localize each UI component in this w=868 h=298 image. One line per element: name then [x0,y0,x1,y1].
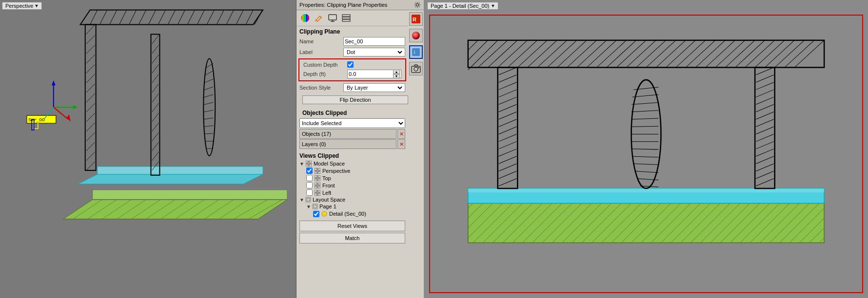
views-clipped-title: Views Clipped [299,151,405,160]
svg-rect-103 [342,19,350,21]
properties-panel: Properties: Clipping Plane Properties [296,0,424,298]
svg-point-93 [416,3,418,6]
svg-rect-110 [315,171,317,174]
left-view-checkbox[interactable] [306,189,313,196]
custom-depth-label: Custom Depth [303,62,347,68]
pencil-btn[interactable] [313,12,325,24]
svg-rect-107 [309,164,312,167]
name-value-box[interactable] [343,37,405,46]
front-grid-icon [314,183,321,188]
top-checkbox[interactable] [306,175,313,181]
rhino-icon-btn[interactable]: R [409,12,423,26]
gear-icon[interactable] [414,1,421,8]
right-icons-column: R [408,10,424,77]
name-input[interactable] [345,38,404,44]
svg-rect-114 [315,179,317,181]
color-wheel-btn[interactable] [299,12,311,24]
svg-rect-120 [315,190,317,192]
layers-row: Layers (0) ✕ [299,139,405,149]
label-row: Label Dot [296,47,408,57]
svg-rect-115 [318,179,320,181]
depth-up-btn[interactable]: ▲ [393,70,400,74]
svg-rect-117 [318,183,320,185]
detail-label: Detail (Sec_00) [329,211,366,217]
depth-value-box[interactable]: ▲ ▼ [347,70,401,78]
svg-point-95 [301,14,309,22]
svg-point-128 [322,211,327,216]
match-btn[interactable]: Match [299,233,405,243]
top-label: Top [322,175,331,181]
svg-rect-104 [306,161,308,163]
svg-rect-137 [438,16,854,292]
perspective-label: Perspective [322,168,350,174]
left-viewport-label[interactable]: Perspective ▼ [2,2,42,10]
right-viewport-arrow: ▼ [491,3,495,8]
objects-clipped-title: Objects Clipped [299,108,405,117]
layout-space-label: Layout Space [313,197,345,203]
svg-rect-112 [315,175,317,178]
svg-marker-2 [93,190,287,200]
highlight-section: Custom Depth Depth (ft) ▲ ▼ [298,58,406,81]
front-label: Front [322,183,335,188]
label-select[interactable]: Dot [345,49,404,56]
front-checkbox[interactable] [306,182,313,188]
left-viewport-label-text: Perspective [5,3,33,9]
layers-close-btn[interactable]: ✕ [397,139,405,149]
label-value-box[interactable]: Dot [343,48,405,56]
svg-rect-127 [314,205,316,208]
svg-rect-136 [418,67,419,68]
svg-text:R: R [413,17,416,22]
reset-views-btn[interactable]: Reset Views [299,221,405,231]
panel-header: Properties: Clipping Plane Properties [296,0,424,10]
flip-direction-container: Flip Direction [296,93,408,107]
depth-input[interactable] [349,71,393,77]
section-style-label: Section Style [299,85,343,91]
right-viewport-label: Page 1 - Detail (Sec_00) [431,3,489,9]
panel-icons-row [296,10,408,26]
top-item: Top [306,174,405,182]
svg-rect-113 [318,175,320,178]
detail-border [429,15,863,293]
custom-depth-checkbox[interactable] [347,61,354,68]
section-style-select[interactable]: By Layer [345,84,404,91]
depth-spinner[interactable]: ▲ ▼ [393,70,400,78]
svg-line-97 [316,20,316,21]
model-space-item: ▼ Model Space [299,160,405,167]
perspective-item: Perspective [306,167,405,174]
detail-checkbox[interactable] [313,211,319,217]
layers-btn[interactable] [340,12,352,24]
name-row: Name [296,36,408,47]
depth-down-btn[interactable]: ▼ [393,74,400,78]
objects-clipped-section: Objects Clipped Include Selected Objects… [296,107,408,150]
page1-item: ▼ Page 1 [306,203,405,210]
detail-item: Detail (Sec_00) [313,210,405,218]
svg-rect-132 [412,48,420,56]
blue-square-btn[interactable]: i [409,45,423,59]
clipping-plane-title: Clipping Plane [296,26,408,36]
section-style-row: Section Style By Layer [296,82,408,93]
model-space-label: Model Space [314,161,345,167]
perspective-checkbox[interactable] [306,168,313,174]
left-view-item: Left [306,189,405,196]
svg-rect-108 [315,168,317,170]
panel-title: Properties: Clipping Plane Properties [299,2,387,8]
include-selected-select[interactable]: Include Selected [299,118,405,128]
right-viewport-header[interactable]: Page 1 - Detail (Sec_00) ▼ [427,2,498,10]
svg-text:Sec_00: Sec_00 [28,117,45,122]
svg-rect-0 [0,0,296,298]
color-sphere-btn[interactable] [409,29,423,42]
svg-marker-17 [78,174,263,184]
svg-rect-116 [315,183,317,185]
depth-label: Depth (ft) [303,71,347,77]
section-style-box[interactable]: By Layer [343,83,405,92]
detail-scene [430,16,862,292]
objects-row: Objects (17) ✕ [299,129,405,139]
flip-direction-btn[interactable]: Flip Direction [302,95,408,104]
camera-btn[interactable] [409,62,423,75]
svg-rect-109 [318,168,320,170]
svg-rect-111 [318,171,320,174]
objects-close-btn[interactable]: ✕ [397,129,405,139]
svg-rect-119 [318,186,320,188]
display-btn[interactable] [327,12,338,24]
svg-text:i: i [414,50,415,55]
